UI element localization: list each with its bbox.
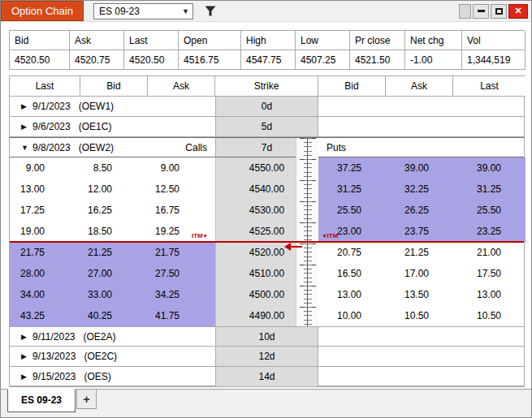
call-ask-cell[interactable]: 34.25 xyxy=(148,284,215,305)
put-last-cell[interactable]: 25.50 xyxy=(453,200,526,221)
expiry-date: 9/6/2023 xyxy=(32,121,71,132)
put-ask-cell[interactable]: 39.00 xyxy=(386,157,453,179)
quote-value-cell: 4521.50 xyxy=(350,50,405,70)
call-last-cell[interactable]: 21.75 xyxy=(10,242,80,263)
titlebar-extra-button[interactable] xyxy=(459,4,471,19)
expand-arrow-icon[interactable]: ▶ xyxy=(21,373,32,381)
expand-arrow-icon[interactable]: ▶ xyxy=(21,123,32,131)
call-bid-cell[interactable]: 18.50 xyxy=(80,221,148,242)
quote-value-cell: 4520.50 xyxy=(124,50,179,70)
quote-header-cell: Open xyxy=(179,31,241,50)
call-last-cell[interactable]: 19.00 xyxy=(10,221,80,242)
window-title[interactable]: Option Chain xyxy=(1,1,84,21)
tab-es-09-23[interactable]: ES 09-23 xyxy=(7,389,76,412)
days-to-expiry: 5d xyxy=(215,117,318,136)
call-ask-cell[interactable]: 19.25 xyxy=(148,221,215,242)
expiry-label: ▶ 9/15/2023 (OES) xyxy=(10,367,215,386)
call-ask-cell[interactable]: 27.50 xyxy=(148,263,215,284)
call-bid-cell[interactable]: 27.00 xyxy=(80,263,148,284)
call-last-cell[interactable]: 34.00 xyxy=(10,284,80,305)
puts-label: Puts xyxy=(327,142,346,153)
put-bid-cell[interactable]: 25.50 xyxy=(318,200,386,221)
symbol-dropdown[interactable]: ES 09-23 ▼ xyxy=(93,3,193,19)
call-bid-cell[interactable]: 12.00 xyxy=(80,179,148,200)
quote-value-cell: 4507.25 xyxy=(296,50,350,70)
put-ask-cell[interactable]: 32.25 xyxy=(386,179,453,200)
put-bid-cell[interactable]: 23.00 xyxy=(318,221,386,242)
put-bid-cell[interactable]: 20.75 xyxy=(318,242,386,263)
put-bid-cell[interactable]: 10.00 xyxy=(318,305,386,326)
close-button[interactable]: ✕ xyxy=(508,4,528,19)
put-last-cell[interactable]: 13.00 xyxy=(453,284,526,305)
minimize-button[interactable] xyxy=(473,4,489,19)
call-ask-cell[interactable]: 21.75 xyxy=(148,242,215,263)
call-bid-cell[interactable]: 16.25 xyxy=(80,200,148,221)
expiry-row-expanded[interactable]: ▼ 9/8/2023 (OEW2) Calls 7d Puts xyxy=(10,137,524,157)
expand-arrow-icon[interactable]: ▶ xyxy=(21,102,32,110)
symbol-dropdown-value: ES 09-23 xyxy=(99,6,140,17)
bottom-tab-bar: ES 09-23 + xyxy=(1,389,531,417)
call-ask-cell[interactable]: 16.75 xyxy=(148,200,215,221)
call-last-cell[interactable]: 28.00 xyxy=(10,263,80,284)
expiry-code: (OE2C) xyxy=(84,351,117,362)
put-ask-cell[interactable]: 17.00 xyxy=(386,263,453,284)
quote-header-cell: Vol xyxy=(462,31,526,50)
strike-cell: 4550.00 xyxy=(215,157,318,179)
strike-cell: 4500.00 xyxy=(215,284,318,305)
put-last-cell[interactable]: 10.50 xyxy=(453,305,526,326)
expiry-row[interactable]: ▶ 9/11/2023 (OE2A) 10d xyxy=(10,326,524,347)
put-ask-cell[interactable]: 26.25 xyxy=(386,200,453,221)
call-last-cell[interactable]: 17.25 xyxy=(10,200,80,221)
option-chain-table: Last Bid Ask Strike Bid Ask Last ▶ 9/1/2… xyxy=(9,75,525,386)
collapse-arrow-icon[interactable]: ▼ xyxy=(21,144,32,152)
put-ask-cell[interactable]: 13.50 xyxy=(386,284,453,305)
put-bid-cell[interactable]: 37.25 xyxy=(318,157,386,179)
chain-column-header: Last xyxy=(453,76,526,97)
titlebar: Option Chain ES 09-23 ▼ ✕ xyxy=(1,1,531,22)
filter-icon[interactable] xyxy=(201,3,219,19)
quote-header-cell: Last xyxy=(124,31,179,50)
minimize-icon xyxy=(478,10,485,12)
chain-column-header: Bid xyxy=(80,76,148,97)
put-bid-cell[interactable]: 13.00 xyxy=(318,284,386,305)
quote-value-cell: 4516.75 xyxy=(179,50,241,70)
call-bid-cell[interactable]: 8.50 xyxy=(80,157,148,179)
days-to-expiry: 10d xyxy=(215,327,318,346)
expiry-date: 9/11/2023 xyxy=(32,331,76,343)
call-bid-cell[interactable]: 40.25 xyxy=(80,305,148,326)
expiry-label: ▶ 9/6/2023 (OE1C) xyxy=(10,117,215,136)
expand-arrow-icon[interactable]: ▶ xyxy=(21,352,32,360)
strike-cell: 4520.00 xyxy=(215,242,318,263)
call-last-cell[interactable]: 9.00 xyxy=(10,157,80,179)
put-bid-cell[interactable]: 16.50 xyxy=(318,263,386,284)
put-last-cell[interactable]: 23.25 xyxy=(453,221,526,242)
put-bid-cell[interactable]: 31.25 xyxy=(318,179,386,200)
maximize-button[interactable] xyxy=(491,4,507,19)
call-last-cell[interactable]: 13.00 xyxy=(10,179,80,200)
put-ask-cell[interactable]: 10.50 xyxy=(386,305,453,326)
expiry-label: ▶ 9/1/2023 (OEW1) xyxy=(10,97,215,116)
put-last-cell[interactable]: 31.25 xyxy=(453,179,526,200)
expiry-code: (OEW2) xyxy=(79,142,114,153)
days-to-expiry: 7d xyxy=(215,138,318,157)
expand-arrow-icon[interactable]: ▶ xyxy=(21,333,32,341)
call-ask-cell[interactable]: 41.75 xyxy=(148,305,215,326)
call-bid-cell[interactable]: 33.00 xyxy=(80,284,148,305)
add-tab-button[interactable]: + xyxy=(76,390,97,409)
put-last-cell[interactable]: 21.00 xyxy=(453,242,526,263)
expiry-row[interactable]: ▶ 9/15/2023 (OES) 14d xyxy=(10,367,524,387)
put-last-cell[interactable]: 17.50 xyxy=(453,263,526,284)
expiry-row[interactable]: ▶ 9/6/2023 (OE1C) 5d xyxy=(10,117,524,137)
call-bid-cell[interactable]: 21.25 xyxy=(80,242,148,263)
quote-header-cell: Low xyxy=(296,31,350,50)
put-ask-cell[interactable]: 23.75 xyxy=(386,221,453,242)
call-ask-cell[interactable]: 9.00 xyxy=(148,157,215,179)
expiry-row[interactable]: ▶ 9/1/2023 (OEW1) 0d xyxy=(10,97,524,117)
put-last-cell[interactable]: 39.00 xyxy=(453,157,526,179)
calls-label: Calls xyxy=(185,142,215,153)
expiry-row[interactable]: ▶ 9/13/2023 (OE2C) 12d xyxy=(10,347,524,367)
call-last-cell[interactable]: 43.25 xyxy=(10,305,80,326)
put-ask-cell[interactable]: 21.25 xyxy=(386,242,453,263)
option-row: 34.00 33.00 34.25 4500.00 13.00 13.50 13… xyxy=(10,284,524,305)
call-ask-cell[interactable]: 12.50 xyxy=(148,179,215,200)
